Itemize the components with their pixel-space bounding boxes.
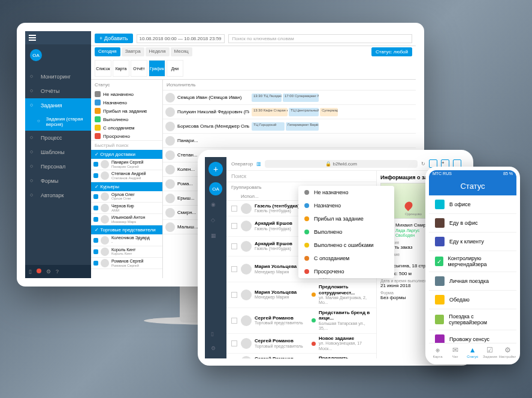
person-row[interactable]: Орлов ОлегОрлов Олег	[91, 191, 162, 203]
phone-title: Статус	[429, 177, 516, 195]
timeline-row[interactable]: Семцов Иван (Семцов Иван)13:30 ТЦ Гвозде…	[163, 91, 416, 105]
person-row[interactable]: Романов СергейРоманов Сергей	[91, 258, 162, 269]
tablet-sidebar: + OA ◉ ◇ ▦ ▯ ⚙	[205, 157, 226, 358]
status-option[interactable]: Личная поездка	[429, 272, 516, 291]
notification-badge[interactable]	[37, 269, 41, 273]
status-dropdown[interactable]: Не назначеноНазначеноПрибыл на заданиеВы…	[298, 186, 394, 278]
period-tab[interactable]: Месяц	[171, 47, 192, 56]
person-row[interactable]: Панарин СергейПанарин Сергей	[91, 159, 162, 170]
dropdown-item[interactable]: Выполнено	[298, 225, 394, 239]
sidebar-footer: ▯ ⚙ ?	[25, 265, 91, 278]
status-checkbox[interactable]: Просрочено	[91, 132, 162, 140]
tablet-search[interactable]: Поиск	[226, 171, 376, 182]
globe-icon[interactable]: ◉	[211, 201, 220, 211]
add-button[interactable]: + Добавить	[95, 34, 133, 43]
device-icon[interactable]: ▯	[29, 269, 32, 275]
chart-icon[interactable]: ▦	[211, 233, 220, 242]
timeline-row[interactable]: Борисова Ольга (Менеджер Ольга)ТЦ Городс…	[163, 119, 416, 134]
status-option[interactable]: В офисе	[429, 195, 516, 214]
view-mode[interactable]: Карта	[113, 60, 129, 77]
bottom-tab[interactable]: ☑Задания	[481, 346, 498, 358]
view-mode[interactable]: Отчёт	[131, 60, 147, 77]
person-row[interactable]: Степанов АндрейСтепанов Андрей	[91, 170, 162, 182]
bottom-tab[interactable]: ⎈Карта	[429, 346, 446, 358]
nav-item[interactable]: ○Процесс	[25, 131, 91, 145]
period-tab[interactable]: Сегодня	[95, 47, 120, 56]
group-header[interactable]: ✓ Курьеры	[91, 182, 162, 191]
status-checkbox[interactable]: Выполнено	[91, 115, 162, 123]
gear-icon[interactable]: ⚙	[46, 269, 51, 275]
timeline-header: Исполнитель	[163, 80, 416, 91]
map-pin-icon	[403, 200, 414, 211]
user-avatar[interactable]: OA	[30, 49, 42, 61]
nav-item[interactable]: ○Задания (старая версия)	[25, 113, 91, 131]
task-row[interactable]: Мария УсольцеваМенеджер МарияПредложить …	[226, 282, 376, 308]
person-row[interactable]: Чернов КирАМИ	[91, 203, 162, 214]
person-row[interactable]: Король КинтКороль Кинт	[91, 246, 162, 258]
status-option[interactable]: Провожу сенсус	[429, 330, 516, 343]
help-icon[interactable]: ?	[56, 269, 59, 275]
nav-item[interactable]: ○Отчёты	[25, 84, 91, 98]
view-mode[interactable]: График	[149, 60, 165, 77]
nav-item[interactable]: ○Шаблоны	[25, 145, 91, 159]
dropdown-item[interactable]: Выполнено с ошибками	[298, 239, 394, 252]
dropdown-item[interactable]: Не назначено	[298, 186, 394, 199]
nav-item[interactable]: ○Персонал	[25, 159, 91, 174]
dropdown-item[interactable]: Просрочено	[298, 265, 394, 278]
dropdown-item[interactable]: Назначено	[298, 199, 394, 212]
period-tab[interactable]: Завтра	[122, 47, 144, 56]
task-row[interactable]: Сергей РомановТорговый представительПред…	[226, 354, 376, 358]
nav-item[interactable]: ○Задания	[25, 98, 91, 113]
view-mode[interactable]: Дни	[167, 60, 183, 77]
gear-icon[interactable]: ⚙	[211, 345, 220, 355]
status-option[interactable]: Обедаю	[429, 291, 516, 309]
bottom-tab[interactable]: ▲Статус	[464, 346, 481, 358]
status-checkbox[interactable]: Не назначено	[91, 90, 162, 98]
nav-item[interactable]: ○Автопарк	[25, 188, 91, 203]
status-checkbox[interactable]: Назначено	[91, 98, 162, 107]
task-row[interactable]: Сергей РомановТорговый представительПред…	[226, 308, 376, 334]
timeline-row[interactable]: Панари...	[163, 134, 416, 148]
dropdown-item[interactable]: Прибыл на задание	[298, 212, 394, 225]
user-avatar[interactable]: OA	[209, 182, 222, 195]
pin-icon[interactable]: ◇	[211, 217, 220, 227]
status-option[interactable]: Еду в офис	[429, 214, 516, 233]
view-mode[interactable]: Список	[95, 60, 111, 77]
person-row[interactable]: Ильинский АнтонИнженер Maps	[91, 214, 162, 225]
task-row[interactable]: Сергей РомановТорговый представительНово…	[226, 334, 376, 354]
bottom-tab[interactable]: ⚙Настройка	[498, 346, 516, 358]
desktop-sidebar: OA ○Мониторинг○Отчёты○Задания○Задания (с…	[25, 31, 91, 278]
url-bar[interactable]: 🔒 b2fwld.com	[265, 160, 418, 168]
menu-icon[interactable]	[29, 35, 36, 41]
nav-item[interactable]: ○Формы	[25, 174, 91, 188]
group-header[interactable]: ✓ Торговые представители	[91, 225, 162, 234]
status-option[interactable]: Еду к клиенту	[429, 233, 516, 251]
group-header[interactable]: ✓ Отдел доставки	[91, 150, 162, 159]
status-filter[interactable]: Статус: любой	[371, 47, 412, 56]
status-checkbox[interactable]: Прибыл на задание	[91, 107, 162, 115]
dropdown-item[interactable]: С опозданием	[298, 252, 394, 265]
filters-title: Статус	[91, 80, 162, 90]
add-button[interactable]: +	[208, 162, 223, 176]
operator-label: Оператор	[231, 161, 253, 167]
date-range[interactable]: 10.08.2018 00:00 — 10.08.2018 23:59	[137, 34, 225, 43]
bottom-tab[interactable]: ✉Чат	[446, 346, 464, 358]
quick-search[interactable]: Быстрый поиск	[91, 140, 162, 150]
refresh-icon[interactable]: ↻	[421, 161, 425, 167]
status-option[interactable]: Поездка с супервайзером	[429, 309, 516, 330]
status-checkbox[interactable]: С опозданием	[91, 123, 162, 132]
status-option[interactable]: ✓Контролирую мерчендайзера	[429, 251, 516, 272]
device-icon[interactable]: ▯	[211, 331, 220, 340]
timeline-row[interactable]: Полукин Николай Федорович (Пол...)13:30 …	[163, 105, 416, 119]
person-row[interactable]: Колесников Эдуард-	[91, 234, 162, 246]
nav-item[interactable]: ○Мониторинг	[25, 70, 91, 84]
book-icon[interactable]: ▥	[256, 161, 261, 167]
phone-device: МТС RUS85 % Статус В офисеЕду в офисЕду …	[425, 167, 520, 364]
search-input[interactable]: Поиск по ключевым словам	[228, 34, 412, 43]
period-tab[interactable]: Неделя	[146, 47, 170, 56]
